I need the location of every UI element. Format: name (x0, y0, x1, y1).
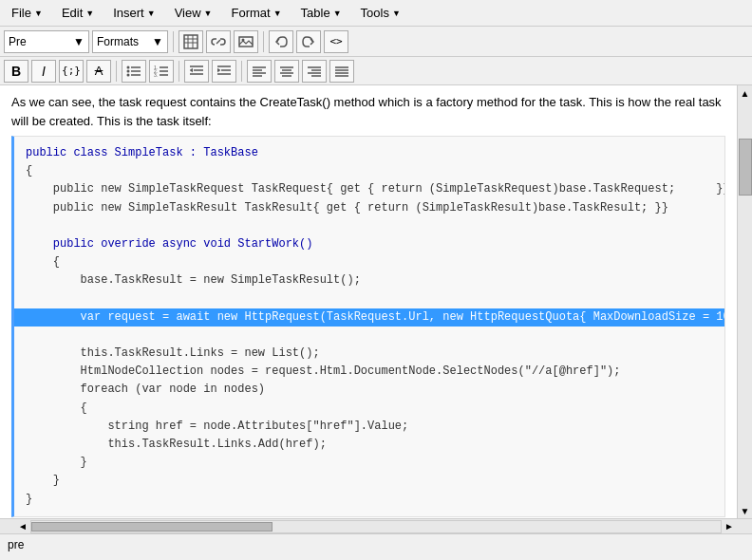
code-block: public class SimpleTask : TaskBase { pub… (11, 136, 725, 517)
code-line-12: HtmlNodeCollection nodes = request.Html.… (26, 363, 713, 381)
menu-table[interactable]: Table ▼ (293, 4, 349, 22)
menu-format-arrow: ▼ (273, 9, 282, 18)
align-justify-btn[interactable] (329, 60, 354, 83)
code-line-10 (26, 327, 713, 345)
menu-view[interactable]: View ▼ (167, 4, 220, 22)
code-line-17: } (26, 454, 713, 472)
redo-btn[interactable] (296, 30, 321, 53)
align-left-btn[interactable] (247, 60, 272, 83)
indent-btn[interactable] (212, 60, 236, 83)
code-line-1: { (26, 162, 713, 180)
code-line-0: public class SimpleTask : TaskBase (26, 144, 713, 162)
code-line-7: base.TaskResult = new SimpleTaskResult()… (26, 271, 713, 289)
separator2 (263, 31, 264, 52)
toolbar1: Pre ▼ Formats ▼ (0, 27, 752, 57)
code-line-6: { (26, 253, 713, 271)
svg-point-9 (127, 73, 130, 76)
ordered-list-btn[interactable]: 1. 2. 3. (149, 60, 174, 83)
menu-format[interactable]: Format ▼ (224, 4, 290, 22)
table-icon (183, 34, 198, 49)
align-right-btn[interactable] (302, 60, 327, 83)
content-wrapper: As we can see, the task request contains… (0, 85, 752, 518)
undo-icon (273, 34, 289, 49)
status-bar: pre (0, 533, 752, 554)
scroll-down-btn[interactable]: ▼ (739, 503, 752, 518)
redo-icon (301, 34, 316, 49)
italic-btn[interactable]: I (31, 60, 56, 83)
link-icon (211, 34, 226, 49)
align-left-icon (252, 65, 267, 78)
sep3 (116, 61, 117, 82)
scrollbar-vertical[interactable]: ▲ ▼ (737, 85, 752, 518)
code-line-3: public new SimpleTaskResult TaskResult{ … (26, 199, 713, 217)
ol-icon: 1. 2. 3. (154, 65, 169, 78)
table-icon-btn[interactable] (179, 30, 203, 53)
outdent-icon (189, 65, 204, 78)
source-btn[interactable]: <> (324, 30, 348, 53)
intro-text: As we can see, the task request contains… (11, 93, 725, 130)
code-line-14: { (26, 400, 713, 418)
code-line-19: } (26, 491, 713, 509)
scroll-up-btn[interactable]: ▲ (739, 85, 752, 101)
code-line-16: this.TaskResult.Links.Add(href); (26, 436, 713, 454)
scroll-thumb-v[interactable] (739, 139, 752, 196)
menu-edit-arrow: ▼ (85, 9, 94, 18)
menu-file[interactable]: File ▼ (4, 4, 50, 22)
scroll-thumb-h[interactable] (31, 522, 273, 532)
separator1 (173, 31, 174, 52)
scroll-left-btn[interactable]: ◄ (15, 520, 30, 533)
menu-tools-arrow: ▼ (392, 9, 401, 18)
sep5 (241, 61, 242, 82)
code-line-11: this.TaskResult.Links = new List(); (26, 345, 713, 363)
menu-file-arrow: ▼ (34, 9, 43, 18)
code-line-13: foreach (var node in nodes) (26, 381, 713, 399)
menu-view-arrow: ▼ (204, 9, 213, 18)
style-select[interactable]: Pre ▼ (4, 30, 89, 53)
svg-text:3.: 3. (154, 72, 158, 78)
svg-point-8 (127, 69, 130, 72)
undo-btn[interactable] (269, 30, 293, 53)
scrollbar-horizontal[interactable]: ◄ ► (0, 518, 752, 533)
menu-table-arrow: ▼ (333, 9, 342, 18)
code-line-5: public override async void StartWork() (26, 235, 713, 253)
editor-area[interactable]: As we can see, the task request contains… (0, 85, 737, 518)
code-line-15: string href = node.Attributes["href"].Va… (26, 418, 713, 436)
svg-rect-5 (239, 37, 253, 47)
code-line-18: } (26, 472, 713, 490)
status-text: pre (8, 538, 24, 551)
unordered-list-btn[interactable] (122, 60, 146, 83)
align-right-icon (307, 65, 322, 78)
menu-edit[interactable]: Edit ▼ (54, 4, 102, 22)
menu-insert[interactable]: Insert ▼ (105, 4, 162, 22)
highlighted-code-line: var request = await new HttpRequest(Task… (14, 308, 724, 327)
style-select-arrow: ▼ (73, 35, 85, 48)
indent-icon (216, 65, 232, 78)
outdent-btn[interactable] (184, 60, 209, 83)
sep4 (179, 61, 179, 82)
align-center-icon (279, 65, 294, 78)
menu-insert-arrow: ▼ (147, 9, 156, 18)
format-select[interactable]: Formats ▼ (92, 30, 168, 53)
format-select-arrow: ▼ (152, 35, 163, 48)
image-btn[interactable] (234, 30, 258, 53)
ul-icon (126, 65, 141, 78)
code-line-2: public new SimpleTaskRequest TaskRequest… (26, 180, 713, 198)
scroll-track-h (30, 520, 722, 533)
align-center-btn[interactable] (274, 60, 299, 83)
bold-btn[interactable]: B (4, 60, 28, 83)
image-icon (238, 34, 254, 49)
toolbar2: B I {;} A 1. 2. 3. (0, 57, 752, 85)
code-line-4 (26, 217, 713, 235)
menu-tools[interactable]: Tools ▼ (353, 4, 408, 22)
align-justify-icon (334, 65, 349, 78)
svg-rect-0 (184, 35, 197, 48)
code-btn[interactable]: {;} (59, 60, 84, 83)
link-btn[interactable] (206, 30, 231, 53)
strikethrough-btn[interactable]: A (86, 60, 111, 83)
code-line-8 (26, 290, 713, 308)
menu-bar: File ▼ Edit ▼ Insert ▼ View ▼ Format ▼ T… (0, 0, 752, 27)
svg-point-7 (127, 65, 130, 68)
scroll-right-btn[interactable]: ► (722, 520, 737, 533)
